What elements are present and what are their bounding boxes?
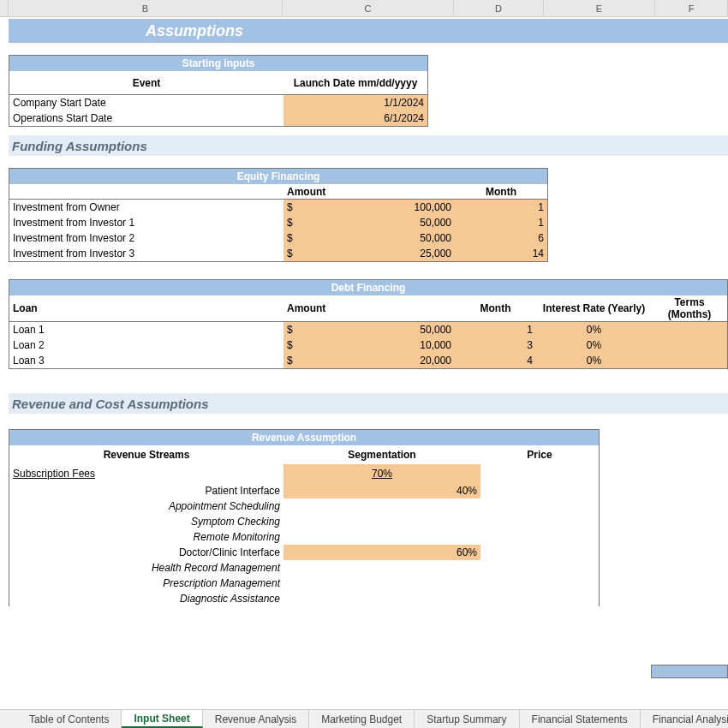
sheet-tab-startup-summary[interactable]: Startup Summary [415,710,519,728]
amount-input[interactable]: 50,000 [296,322,455,337]
feature-label[interactable]: Health Record Management [9,560,283,576]
col-header-e[interactable]: E [544,0,655,16]
feature-label[interactable]: Symptom Checking [9,514,283,529]
subscription-fees[interactable]: Subscription Fees [9,464,283,483]
col-streams: Revenue Streams [9,445,283,464]
starting-inputs-table: Starting inputs Event Launch Date mm/dd/… [9,55,428,127]
amount-input[interactable]: 10,000 [296,337,455,353]
seg-input[interactable]: 60% [283,545,480,560]
loan-label[interactable]: Loan 3 [9,353,283,368]
currency: $ [283,200,296,215]
col-month: Month [455,184,547,199]
feature-label[interactable]: Remote Monitoring [9,529,283,545]
date-input[interactable]: 1/1/2024 [283,95,427,110]
col-price: Price [480,445,599,464]
amount-input[interactable]: 100,000 [296,200,455,215]
col-month: Month [455,295,536,321]
feature-label[interactable]: Diagnostic Assistance [9,591,283,606]
amount-input[interactable]: 50,000 [296,215,455,230]
seg-input[interactable]: 70% [283,464,480,483]
equity-label[interactable]: Investment from Investor 1 [9,215,283,230]
currency: $ [283,322,296,337]
column-headers: B C D E F [0,0,728,17]
starting-inputs-header: Starting inputs [9,56,427,71]
col-header-c[interactable]: C [283,0,454,16]
col-header-f[interactable]: F [655,0,728,16]
equity-header: Equity Financing [9,169,547,184]
month-input[interactable]: 4 [455,353,536,368]
revenue-header: Revenue Assumption [9,430,599,445]
month-input[interactable]: 1 [455,322,536,337]
revenue-table: Revenue Assumption Revenue Streams Segme… [9,429,600,606]
col-terms: Terms (Months) [652,295,727,321]
col-header-d[interactable]: D [454,0,544,16]
terms-input[interactable] [652,353,727,368]
col-amount: Amount [283,295,455,321]
debt-header: Debt Financing [9,280,727,295]
date-input[interactable]: 6/1/2024 [283,110,427,126]
month-input[interactable]: 1 [455,215,547,230]
currency: $ [283,353,296,368]
equity-label[interactable]: Investment from Owner [9,200,283,215]
debt-table: Debt Financing Loan Amount Month Interes… [9,279,728,369]
amount-input[interactable]: 25,000 [296,246,455,261]
month-input[interactable]: 14 [455,246,547,261]
sheet-tab-input-sheet[interactable]: Input Sheet [122,710,202,728]
funding-section-header: Funding Assumptions [9,135,728,156]
feature-label[interactable]: Appointment Scheduling [9,498,283,514]
month-input[interactable]: 3 [455,337,536,353]
doctor-interface[interactable]: Doctor/Clinic Interface [9,545,283,560]
sheet-tab-financial-statements[interactable]: Financial Statements [520,710,641,728]
currency: $ [283,337,296,353]
side-panel-fragment [651,665,728,678]
col-loan: Loan [9,295,283,321]
col-rate: Interest Rate (Yearly) [536,295,652,321]
patient-interface[interactable]: Patient Interface [9,483,283,498]
page-title-bar: Assumptions [9,19,728,43]
page-title: Assumptions [146,22,243,40]
equity-label[interactable]: Investment from Investor 2 [9,230,283,246]
loan-label[interactable]: Loan 1 [9,322,283,337]
sheet-tab-table-of-contents[interactable]: Table of Contents [17,710,122,728]
row-label[interactable]: Company Start Date [9,95,283,110]
sheet-tab-marketing-budget[interactable]: Marketing Budget [309,710,415,728]
currency: $ [283,215,296,230]
revenue-section-header: Revenue and Cost Assumptions [9,393,728,414]
rate-input[interactable]: 0% [536,322,652,337]
col-header-b[interactable]: B [9,0,283,16]
currency: $ [283,230,296,246]
rate-input[interactable]: 0% [536,337,652,353]
col-seg: Segmentation [283,445,480,464]
amount-input[interactable]: 20,000 [296,353,455,368]
seg-input[interactable]: 40% [283,483,480,498]
equity-label[interactable]: Investment from Investor 3 [9,246,283,261]
feature-label[interactable]: Prescription Management [9,576,283,591]
equity-table: Equity Financing Amount Month Investment… [9,168,548,262]
col-event: Event [9,71,283,94]
loan-label[interactable]: Loan 2 [9,337,283,353]
terms-input[interactable] [652,337,727,353]
month-input[interactable]: 6 [455,230,547,246]
sheet-tab-financial-analysis[interactable]: Financial Analysis [641,710,728,728]
month-input[interactable]: 1 [455,200,547,215]
currency: $ [283,246,296,261]
terms-input[interactable] [652,322,727,337]
row-label[interactable]: Operations Start Date [9,110,283,126]
rate-input[interactable]: 0% [536,353,652,368]
sheet-tabs: Table of ContentsInput SheetRevenue Anal… [0,709,728,728]
col-amount: Amount [283,184,455,199]
amount-input[interactable]: 50,000 [296,230,455,246]
sheet-tab-revenue-analysis[interactable]: Revenue Analysis [203,710,309,728]
col-launch-date: Launch Date mm/dd/yyyy [283,71,427,94]
